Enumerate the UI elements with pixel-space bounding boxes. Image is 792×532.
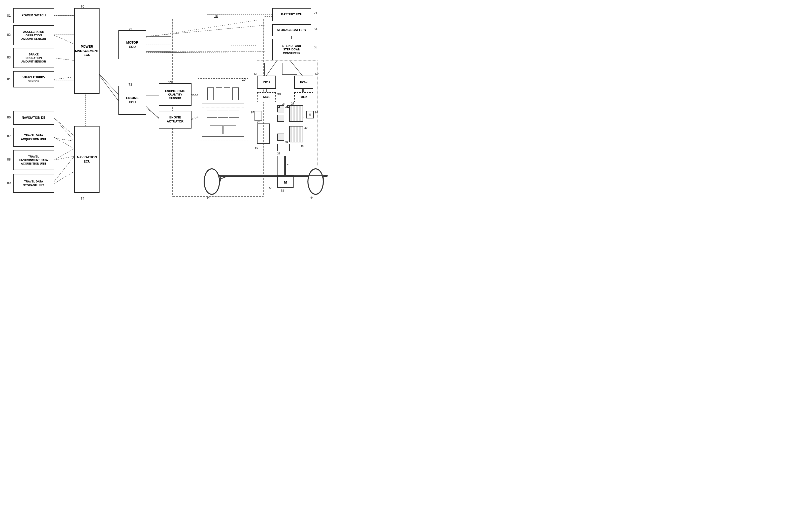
svg-line-4: [54, 118, 74, 136]
storage-battery-label: STORAGE BATTERY: [277, 28, 307, 32]
svg-line-53: [192, 117, 198, 120]
ref-99: 99: [168, 80, 172, 84]
travel-storage-label: TRAVEL DATASTORAGE UNIT: [23, 180, 44, 187]
component-42: [289, 126, 303, 142]
svg-line-47: [146, 20, 257, 37]
ref-20: 20: [242, 78, 246, 81]
svg-line-49: [146, 52, 257, 53]
ref-37: 37: [277, 152, 280, 155]
component-22: [257, 124, 270, 144]
svg-line-45: [99, 76, 118, 101]
svg-line-41: [54, 137, 74, 149]
ref-84: 84: [7, 77, 11, 81]
travel-storage-box: TRAVEL DATASTORAGE UNIT: [13, 174, 54, 193]
travel-data-acq-box: TRAVEL DATAACQUISITION UNIT: [13, 128, 54, 147]
ref-82: 82: [7, 33, 11, 37]
motor-ecu-label: MOTORECU: [126, 41, 138, 49]
ref-70: 70: [81, 4, 84, 8]
ref-98: 98: [315, 111, 318, 114]
right-wheel: [307, 168, 324, 195]
svg-line-7: [54, 156, 74, 182]
navigation-ecu-box: NAVIGATIONECU: [74, 126, 99, 193]
left-wheel: [204, 168, 220, 195]
power-switch-label: POWER SWITCH: [22, 14, 46, 18]
component-32: [277, 115, 284, 122]
component-34: [277, 134, 284, 140]
accel-sensor-box: ACCELERATOROPERATIONAMOUNT SENSOR: [13, 25, 54, 45]
accel-sensor-label: ACCELERATOROPERATIONAMOUNT SENSOR: [21, 30, 46, 41]
ref-88: 88: [7, 157, 11, 161]
svg-line-51: [146, 106, 159, 118]
component-98: ✕: [306, 111, 314, 118]
ref-87: 87: [7, 134, 11, 138]
svg-line-9: [98, 73, 120, 96]
svg-line-40: [54, 118, 74, 141]
vertical-shaft-51: [284, 156, 286, 175]
component-52: ⊠: [277, 176, 294, 188]
battery-ecu-box: BATTERY ECU: [272, 8, 311, 21]
svg-line-38: [54, 58, 74, 60]
ref-73: 73: [129, 83, 132, 87]
ref-51: 51: [287, 164, 290, 167]
ref-52: 52: [281, 189, 284, 192]
brake-sensor-box: BRAKEOPERATIONAMOUNT SENSOR: [13, 48, 54, 68]
svg-line-39: [54, 77, 74, 79]
vehicle-speed-label: VEHICLE SPEEDSENSOR: [22, 76, 44, 83]
ref-72: 72: [129, 27, 132, 31]
ref-81: 81: [7, 14, 11, 17]
svg-line-13: [143, 25, 265, 37]
storage-battery-box: STORAGE BATTERY: [272, 24, 311, 36]
brake-sensor-label: BRAKEOPERATIONAMOUNT SENSOR: [21, 53, 46, 63]
travel-env-data-label: TRAVELENVIRONMENT DATAACQUISITION UNIT: [19, 155, 48, 166]
ref-33: 33: [282, 102, 285, 105]
ref-63: 63: [314, 45, 317, 49]
svg-line-5: [54, 138, 74, 141]
engine-actuator-label: ENGINEACTUATOR: [167, 116, 183, 124]
power-switch-box: POWER SWITCH: [13, 8, 54, 23]
ref-10: 10: [214, 14, 218, 18]
component-33: [277, 105, 280, 108]
ref-64: 64: [314, 27, 317, 31]
travel-data-acq-label: TRAVEL DATAACQUISITION UNIT: [21, 134, 46, 141]
engine-state-sensor-label: ENGINE STATEQUANTITYSENSOR: [165, 89, 185, 100]
component-36: [289, 144, 300, 151]
step-converter-box: STEP-UP ANDSTEP-DOWNCONVERTER: [272, 39, 311, 60]
ref-34: 34: [285, 140, 288, 144]
power-mgmt-ecu-box: POWERMANAGEMENTECU: [74, 8, 99, 94]
ref-50: 50: [255, 146, 258, 149]
travel-env-data-box: TRAVELENVIRONMENT DATAACQUISITION UNIT: [13, 150, 54, 170]
ref-86: 86: [7, 115, 11, 119]
svg-line-37: [54, 35, 74, 44]
ref-42: 42: [304, 127, 307, 130]
ref-54-right: 54: [310, 196, 313, 199]
ref-83: 83: [7, 55, 11, 59]
power-mgmt-ecu-label: POWERMANAGEMENTECU: [75, 44, 99, 57]
svg-line-6: [54, 149, 74, 160]
svg-line-42: [54, 156, 74, 160]
component-41: [289, 105, 303, 122]
ref-54-left: 54: [207, 196, 210, 199]
diagram: POWER SWITCH 81 ACCELERATOROPERATIONAMOU…: [0, 0, 333, 223]
vehicle-speed-box: VEHICLE SPEEDSENSOR: [13, 71, 54, 88]
ref-21: 21: [171, 131, 175, 135]
ref-53: 53: [269, 187, 272, 190]
svg-line-43: [54, 171, 74, 184]
navigation-db-label: NAVIGATION DB: [22, 116, 45, 120]
battery-ecu-label: BATTERY ECU: [281, 13, 303, 17]
svg-line-48: [146, 45, 257, 45]
ref-74: 74: [81, 196, 84, 201]
engine-block: [198, 78, 248, 141]
navigation-ecu-label: NAVIGATIONECU: [77, 155, 97, 164]
ref-36: 36: [301, 144, 304, 147]
step-converter-label: STEP-UP ANDSTEP-DOWNCONVERTER: [283, 44, 301, 55]
ref-89: 89: [7, 181, 11, 185]
ref-41: 41: [291, 101, 294, 104]
navigation-db-box: NAVIGATION DB: [13, 111, 54, 125]
engine-state-sensor-box: ENGINE STATEQUANTITYSENSOR: [159, 83, 192, 106]
motor-ecu-box: MOTORECU: [118, 30, 146, 59]
ref-71: 71: [314, 11, 317, 15]
component-37: [277, 144, 287, 151]
component-97: [254, 111, 262, 121]
engine-actuator-box: ENGINEACTUATOR: [159, 111, 192, 129]
engine-ecu-label: ENGINEECU: [126, 96, 139, 104]
